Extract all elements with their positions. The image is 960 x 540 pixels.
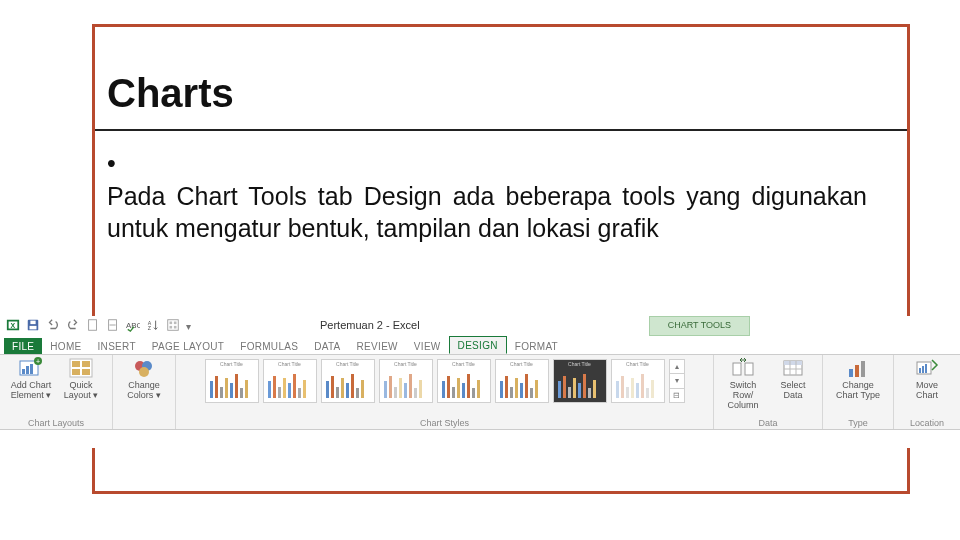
- tab-review[interactable]: REVIEW: [349, 338, 406, 354]
- change-colors-label: Change Colors ▾: [121, 381, 167, 401]
- spellcheck-icon[interactable]: ABC: [126, 318, 140, 334]
- tab-design[interactable]: DESIGN: [449, 336, 507, 354]
- thumb-title: Chart Title: [264, 361, 316, 367]
- new-icon[interactable]: [86, 318, 100, 334]
- svg-rect-38: [919, 368, 921, 373]
- group-chart-styles: Chart Title Chart Title Chart Title Char…: [176, 355, 714, 429]
- tab-data[interactable]: DATA: [306, 338, 348, 354]
- slide: Charts • Pada Chart Tools tab Design ada…: [0, 0, 960, 540]
- group-label-type: Type: [823, 418, 893, 428]
- add-chart-element-label: Add Chart Element ▾: [8, 381, 54, 401]
- group-label-data: Data: [714, 418, 822, 428]
- add-chart-element-button[interactable]: + Add Chart Element ▾: [8, 357, 54, 401]
- svg-rect-26: [82, 369, 90, 375]
- chart-style-4[interactable]: Chart Title: [379, 359, 433, 403]
- chart-style-5[interactable]: Chart Title: [437, 359, 491, 403]
- switch-row-column-label: Switch Row/ Column: [720, 381, 766, 411]
- svg-point-29: [139, 367, 149, 377]
- svg-rect-34: [849, 369, 853, 377]
- svg-rect-33: [784, 361, 802, 365]
- svg-rect-15: [174, 326, 177, 329]
- group-change-colors: Change Colors ▾: [113, 355, 176, 429]
- ribbon-groups: + Add Chart Element ▾ Quick Layout ▾ Cha…: [0, 355, 960, 430]
- svg-rect-36: [861, 361, 865, 377]
- svg-text:+: +: [36, 358, 40, 365]
- change-colors-button[interactable]: Change Colors ▾: [121, 357, 167, 401]
- chart-style-7[interactable]: Chart Title: [553, 359, 607, 403]
- excel-ribbon: X ABC AZ ▾ Pertemuan 2 - Excel CHART TOO…: [0, 316, 960, 448]
- tab-file[interactable]: FILE: [4, 338, 42, 354]
- tab-insert[interactable]: INSERT: [90, 338, 144, 354]
- thumb-title: Chart Title: [438, 361, 490, 367]
- group-label-chart-layouts: Chart Layouts: [0, 418, 112, 428]
- chart-style-2[interactable]: Chart Title: [263, 359, 317, 403]
- chart-styles-more[interactable]: ▴ ▾ ⊟: [669, 359, 685, 403]
- tab-format[interactable]: FORMAT: [507, 338, 566, 354]
- document-title: Pertemuan 2 - Excel: [320, 319, 420, 331]
- svg-text:X: X: [10, 322, 15, 329]
- qat-customize-icon[interactable]: ▾: [186, 321, 191, 332]
- svg-rect-12: [170, 322, 173, 325]
- move-chart-button[interactable]: Move Chart: [904, 357, 950, 401]
- gallery-expand-icon[interactable]: ⊟: [670, 389, 684, 402]
- group-data: Switch Row/ Column Select Data Data: [714, 355, 823, 429]
- group-label-location: Location: [894, 418, 960, 428]
- redo-icon[interactable]: [66, 318, 80, 334]
- tab-home[interactable]: HOME: [42, 338, 89, 354]
- scroll-up-icon[interactable]: ▴: [670, 360, 684, 374]
- svg-rect-31: [745, 363, 753, 375]
- svg-rect-18: [26, 366, 29, 374]
- svg-text:Z: Z: [148, 325, 152, 331]
- thumb-title: Chart Title: [206, 361, 258, 367]
- switch-row-column-button[interactable]: Switch Row/ Column: [720, 357, 766, 411]
- chart-style-1[interactable]: Chart Title: [205, 359, 259, 403]
- tab-view[interactable]: VIEW: [406, 338, 449, 354]
- group-label-chart-styles: Chart Styles: [176, 418, 713, 428]
- chart-style-8[interactable]: Chart Title: [611, 359, 665, 403]
- save-icon[interactable]: [26, 318, 40, 334]
- move-chart-label: Move Chart: [904, 381, 950, 401]
- select-data-label: Select Data: [770, 381, 816, 401]
- open-icon[interactable]: [106, 318, 120, 334]
- group-type: Change Chart Type Type: [823, 355, 894, 429]
- quick-layout-button[interactable]: Quick Layout ▾: [58, 357, 104, 401]
- change-chart-type-label: Change Chart Type: [835, 381, 881, 401]
- thumb-title: Chart Title: [380, 361, 432, 367]
- svg-rect-11: [168, 320, 179, 331]
- svg-rect-40: [925, 364, 927, 373]
- slide-title: Charts: [107, 71, 234, 116]
- filter-icon[interactable]: [166, 318, 180, 334]
- svg-rect-17: [22, 369, 25, 374]
- tab-page-layout[interactable]: PAGE LAYOUT: [144, 338, 232, 354]
- quick-layout-label: Quick Layout ▾: [58, 381, 104, 401]
- undo-icon[interactable]: [46, 318, 60, 334]
- thumb-title: Chart Title: [322, 361, 374, 367]
- slide-body: • Pada Chart Tools tab Design ada bebera…: [107, 147, 889, 245]
- svg-rect-35: [855, 365, 859, 377]
- tab-formulas[interactable]: FORMULAS: [232, 338, 306, 354]
- quick-access-toolbar: X ABC AZ ▾: [0, 316, 960, 336]
- thumb-title: Chart Title: [496, 361, 548, 367]
- chart-style-3[interactable]: Chart Title: [321, 359, 375, 403]
- svg-rect-23: [72, 361, 80, 367]
- change-chart-type-button[interactable]: Change Chart Type: [835, 357, 881, 401]
- svg-rect-24: [82, 361, 90, 367]
- svg-rect-4: [30, 321, 35, 325]
- group-chart-layouts: + Add Chart Element ▾ Quick Layout ▾ Cha…: [0, 355, 113, 429]
- bullet: •: [107, 147, 125, 180]
- svg-rect-5: [30, 326, 37, 330]
- ribbon-tabs: FILE HOME INSERT PAGE LAYOUT FORMULAS DA…: [0, 336, 960, 355]
- svg-rect-14: [170, 326, 173, 329]
- select-data-button[interactable]: Select Data: [770, 357, 816, 411]
- chart-tools-label: CHART TOOLS: [649, 316, 750, 336]
- svg-rect-19: [30, 364, 33, 374]
- title-separator: [95, 129, 907, 131]
- svg-rect-6: [89, 320, 97, 331]
- thumb-title: Chart Title: [612, 361, 664, 367]
- thumb-title: Chart Title: [554, 361, 606, 367]
- chart-style-6[interactable]: Chart Title: [495, 359, 549, 403]
- contextual-tab-header: CHART TOOLS: [649, 316, 750, 336]
- scroll-down-icon[interactable]: ▾: [670, 374, 684, 388]
- svg-rect-30: [733, 363, 741, 375]
- sort-icon[interactable]: AZ: [146, 318, 160, 334]
